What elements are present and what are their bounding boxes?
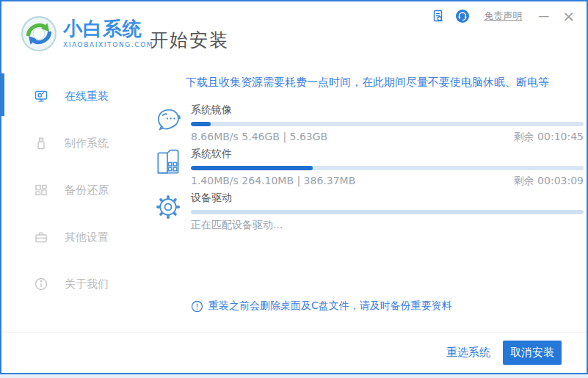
alert-circle-icon (191, 300, 203, 313)
monitor-icon (34, 89, 48, 103)
sidebar-item-backup-restore[interactable]: 备份还原 (1, 167, 148, 214)
sidebar-item-label: 关于我们 (65, 277, 109, 291)
progress-bar (191, 166, 584, 170)
titlebar-controls: 免责声明 — × (431, 7, 576, 25)
sidebar-item-label: 其他设置 (65, 230, 109, 244)
brand-name: 小白系统 (63, 18, 153, 40)
gear-icon (151, 190, 191, 234)
task-remaining: 剩余 00:10:45 (514, 131, 584, 144)
progress-bar (191, 122, 584, 126)
nav-menu: 在线重装 制作系统 (1, 73, 148, 308)
task-speed: 8.66MB/s 5.46GB | 5.63GB (191, 131, 327, 144)
xiaobai-logo-icon (21, 15, 57, 52)
task-remaining: 剩余 00:03:09 (514, 175, 584, 188)
sidebar-item-other-settings[interactable]: 其他设置 (1, 214, 148, 261)
page-title: 开始安装 (150, 28, 229, 52)
progress-fill (191, 166, 313, 170)
reselect-system-button[interactable]: 重选系统 (446, 346, 490, 360)
brand-text: 小白系统 XIAOBAIXITONG.COM (63, 18, 153, 48)
customer-service-icon[interactable] (455, 9, 470, 23)
download-notice: 下载且收集资源需要耗费一点时间，在此期间尽量不要使电脑休眠、断电等 (151, 76, 584, 90)
briefcase-icon (34, 230, 48, 244)
disclaimer-link[interactable]: 免责声明 (484, 10, 522, 23)
footer: 重选系统 取消安装 (1, 332, 587, 373)
minimize-button[interactable]: — (536, 10, 551, 23)
sidebar-item-make-system[interactable]: 制作系统 (1, 120, 148, 167)
sidebar: 在线重装 制作系统 (1, 65, 148, 332)
body: 在线重装 制作系统 (1, 65, 587, 332)
task-name: 设备驱动 (191, 190, 584, 205)
sidebar-item-about-us[interactable]: 关于我们 (1, 261, 148, 308)
sidebar-item-label: 在线重装 (65, 90, 109, 103)
info-icon (34, 277, 48, 291)
sidebar-item-label: 制作系统 (65, 137, 109, 150)
close-button[interactable]: × (561, 9, 576, 23)
task-system-image: 系统镜像 8.66MB/s 5.46GB | 5.63GB 剩余 00:10:4… (151, 102, 584, 146)
cancel-install-button[interactable]: 取消安装 (503, 341, 562, 365)
active-indicator (1, 73, 4, 116)
blocks-icon (34, 183, 48, 197)
task-device-driver: 设备驱动 正在匹配设备驱动... (151, 190, 584, 234)
brand-domain: XIAOBAIXITONG.COM (63, 41, 153, 48)
task-name: 系统软件 (191, 146, 584, 161)
progress-fill (191, 122, 211, 126)
progress-bar (191, 210, 584, 214)
task-list: 系统镜像 8.66MB/s 5.46GB | 5.63GB 剩余 00:10:4… (151, 102, 584, 234)
task-status: 正在匹配设备驱动... (191, 219, 283, 232)
task-system-software: 系统软件 1.40MB/s 264.10MB | 386.37MB 剩余 00:… (151, 146, 584, 190)
sidebar-item-label: 备份还原 (65, 183, 109, 197)
header: 小白系统 XIAOBAIXITONG.COM 开始安装 (1, 1, 587, 65)
app-window: 小白系统 XIAOBAIXITONG.COM 开始安装 (0, 0, 588, 374)
backup-warning: 重装之前会删除桌面及C盘文件，请及时备份重要资料 (151, 299, 584, 313)
main-content: 下载且收集资源需要耗费一点时间，在此期间尽量不要使电脑休眠、断电等 (148, 65, 587, 332)
backup-warning-text: 重装之前会删除桌面及C盘文件，请及时备份重要资料 (208, 299, 452, 313)
usb-icon (34, 136, 48, 150)
task-name: 系统镜像 (191, 102, 584, 117)
mascot-face-icon (151, 102, 191, 146)
disclaimer-doc-icon[interactable] (431, 9, 446, 23)
sidebar-item-online-reinstall[interactable]: 在线重装 (1, 73, 148, 120)
folder-grid-icon (151, 146, 191, 190)
task-speed: 1.40MB/s 264.10MB | 386.37MB (191, 175, 355, 188)
